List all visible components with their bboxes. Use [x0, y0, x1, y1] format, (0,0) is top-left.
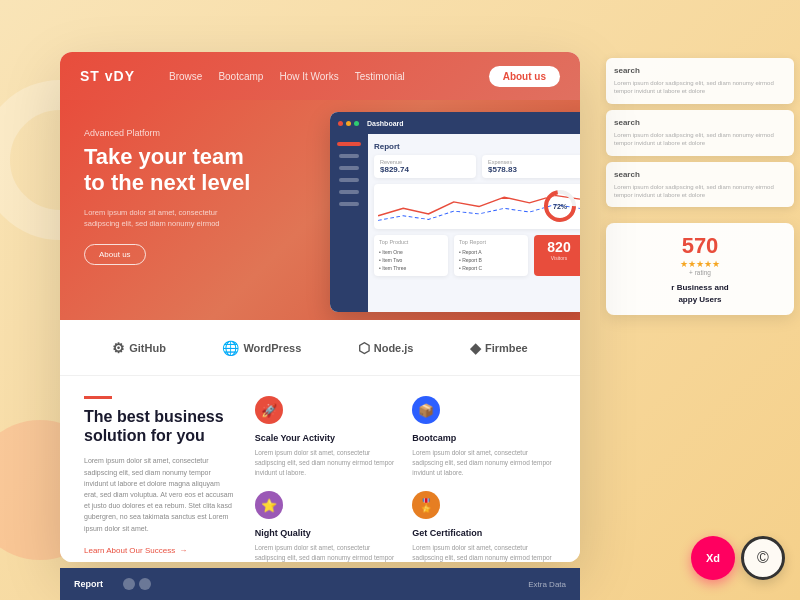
dash-sidebar-item-5 — [339, 190, 359, 194]
right-panel-text-2: Lorem ipsum dolor sadipscing elit, sed d… — [614, 131, 786, 148]
right-panel-card-3: search Lorem ipsum dolor sadipscing elit… — [606, 162, 794, 208]
features-divider — [84, 396, 112, 399]
feature-card-bootcamp: 📦 Bootcamp Lorem ipsum dolor sit amet, c… — [412, 396, 556, 477]
rating-number: 570 — [620, 233, 780, 259]
feature-cert-desc: Lorem ipsum dolor sit amet, consectetur … — [412, 543, 556, 562]
features-left: The best business solution for you Lorem… — [84, 396, 235, 562]
dash-sidebar-item-1 — [337, 142, 361, 146]
features-grid: 🚀 Scale Your Activity Lorem ipsum dolor … — [255, 396, 556, 562]
dash-stat-revenue: Revenue $829.74 — [374, 155, 476, 178]
quality-icon-wrap: ⭐ — [255, 491, 283, 519]
dash-sidebar — [330, 134, 368, 312]
dash-top-product: Top Product • Item One • Item Two • Item… — [374, 235, 448, 276]
bottom-dot-2 — [139, 578, 151, 590]
dash-stat-value-revenue: $829.74 — [380, 165, 470, 174]
nodejs-icon: ⬡ — [358, 340, 370, 356]
nav-links: Browse Bootcamp How It Works Testimonial — [169, 71, 405, 82]
badges-container: Xd © — [691, 536, 785, 580]
feature-scale-desc: Lorem ipsum dolor sit amet, consectetur … — [255, 448, 399, 477]
dash-visitors-label: Visitors — [539, 255, 579, 261]
feature-cert-title: Get Certification — [412, 528, 556, 538]
bootcamp-icon: 📦 — [418, 403, 434, 418]
page-wrapper: search Lorem ipsum dolor sadipscing elit… — [0, 0, 800, 600]
dash-report-title: Report — [374, 142, 580, 151]
nav-link-browse[interactable]: Browse — [169, 71, 202, 82]
dash-header-title: Dashboard — [367, 120, 404, 127]
bootcamp-icon-wrap: 📦 — [412, 396, 440, 424]
brand-wordpress: 🌐 WordPress — [222, 340, 301, 356]
dash-chart-area: 72% — [374, 184, 580, 229]
nav-logo: ST vDY — [80, 68, 135, 84]
dash-sidebar-item-6 — [339, 202, 359, 206]
right-panel: search Lorem ipsum dolor sadipscing elit… — [600, 52, 800, 522]
dashboard-mockup: Dashboard Report Revenue $829.74 — [330, 112, 580, 312]
dash-content: Report Revenue $829.74 Expenses $578.83 — [368, 134, 580, 312]
features-desc: Lorem ipsum dolor sit amet, consectetur … — [84, 455, 235, 533]
feature-quality-desc: Lorem ipsum dolor sit amet, consectetur … — [255, 543, 399, 562]
features-title: The best business solution for you — [84, 407, 235, 445]
features-learn-more-link[interactable]: Learn About Our Success → — [84, 546, 235, 555]
nav-link-bootcamp[interactable]: Bootcamp — [218, 71, 263, 82]
browser-card: ST vDY Browse Bootcamp How It Works Test… — [60, 52, 580, 562]
features-section: The best business solution for you Lorem… — [60, 376, 580, 562]
hero-cta-button[interactable]: About us — [84, 244, 146, 265]
scale-icon: 🚀 — [261, 403, 277, 418]
feature-card-scale: 🚀 Scale Your Activity Lorem ipsum dolor … — [255, 396, 399, 477]
svg-text:72%: 72% — [553, 203, 568, 210]
feature-card-quality: ⭐ Night Quality Lorem ipsum dolor sit am… — [255, 491, 399, 562]
hero-desc: Lorem ipsum dolor sit amet, consectetur … — [84, 207, 244, 230]
dash-top-report: Top Report • Report A • Report B • Repor… — [454, 235, 528, 276]
bottom-bar: Report Extra Data — [60, 568, 580, 600]
wordpress-icon: 🌐 — [222, 340, 239, 356]
right-panel-text-3: Lorem ipsum dolor sadipscing elit, sed d… — [614, 183, 786, 200]
feature-quality-title: Night Quality — [255, 528, 399, 538]
dash-stats-row: Revenue $829.74 Expenses $578.83 — [374, 155, 580, 178]
brands-section: ⚙ GitHub 🌐 WordPress ⬡ Node.js ◆ Firmbee — [60, 320, 580, 376]
rating-label: + rating — [620, 269, 780, 276]
nav-link-how[interactable]: How It Works — [279, 71, 338, 82]
business-text: r Business andappy Users — [620, 282, 780, 304]
scale-icon-wrap: 🚀 — [255, 396, 283, 424]
brand-nodejs: ⬡ Node.js — [358, 340, 414, 356]
firmbee-icon: ◆ — [470, 340, 481, 356]
dash-donut: 72% — [542, 188, 578, 224]
rating-card: 570 ★★★★★ + rating r Business andappy Us… — [606, 223, 794, 314]
dash-sidebar-item-3 — [339, 166, 359, 170]
right-panel-card-2: search Lorem ipsum dolor sadipscing elit… — [606, 110, 794, 156]
donut-svg: 72% — [542, 188, 578, 224]
feature-bootcamp-title: Bootcamp — [412, 433, 556, 443]
right-panel-text-1: Lorem ipsum dolor sadipscing elit, sed d… — [614, 79, 786, 96]
rating-stars: ★★★★★ — [620, 259, 780, 269]
nav-link-testimonial[interactable]: Testimonial — [355, 71, 405, 82]
cert-icon-wrap: 🎖️ — [412, 491, 440, 519]
brand-firmbee: ◆ Firmbee — [470, 340, 528, 356]
arrow-icon: → — [179, 546, 187, 555]
github-icon: ⚙ — [112, 340, 125, 356]
dash-visitors-num: 820 — [539, 239, 579, 255]
dash-header: Dashboard — [330, 112, 580, 134]
right-panel-label-2: search — [614, 118, 786, 127]
dash-stat-expenses: Expenses $578.83 — [482, 155, 580, 178]
feature-card-cert: 🎖️ Get Certification Lorem ipsum dolor s… — [412, 491, 556, 562]
hero-section: Advanced Platform Take your team to the … — [60, 100, 580, 320]
copyright-badge: © — [741, 536, 785, 580]
adobe-xd-badge: Xd — [691, 536, 735, 580]
right-panel-label-3: search — [614, 170, 786, 179]
nav-about-button[interactable]: About us — [489, 66, 560, 87]
cert-icon: 🎖️ — [418, 498, 434, 513]
bottom-bar-title: Report — [74, 579, 103, 589]
dash-visitors: 820 Visitors — [534, 235, 580, 276]
right-panel-card-1: search Lorem ipsum dolor sadipscing elit… — [606, 58, 794, 104]
bottom-bar-extra: Extra Data — [528, 580, 566, 589]
brand-github: ⚙ GitHub — [112, 340, 166, 356]
quality-icon: ⭐ — [261, 498, 277, 513]
feature-scale-title: Scale Your Activity — [255, 433, 399, 443]
right-panel-label-1: search — [614, 66, 786, 75]
dash-stat-value-expenses: $578.83 — [488, 165, 578, 174]
nav-bar: ST vDY Browse Bootcamp How It Works Test… — [60, 52, 580, 100]
dash-sidebar-item-4 — [339, 178, 359, 182]
bottom-dot-1 — [123, 578, 135, 590]
dash-sidebar-item-2 — [339, 154, 359, 158]
dash-bottom-row: Top Product • Item One • Item Two • Item… — [374, 235, 580, 276]
feature-bootcamp-desc: Lorem ipsum dolor sit amet, consectetur … — [412, 448, 556, 477]
